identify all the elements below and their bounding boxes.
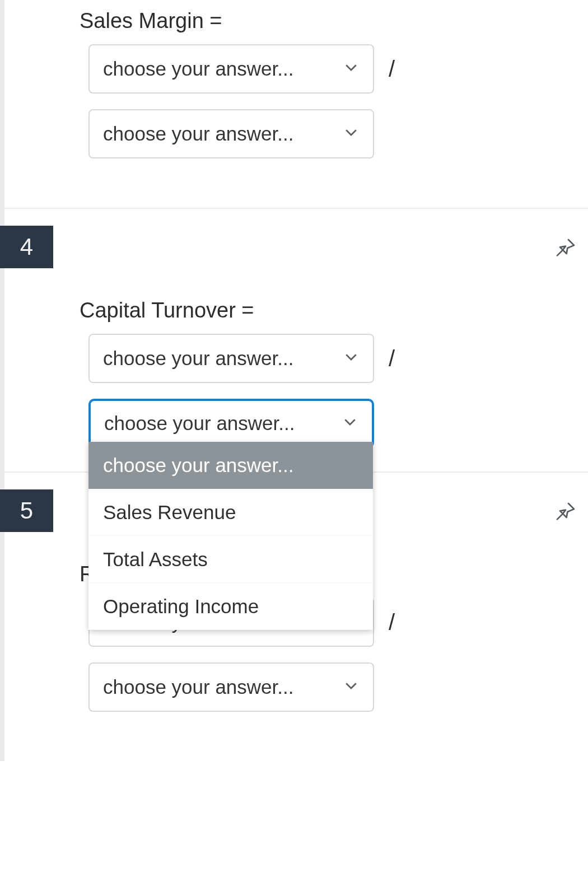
question-title: Capital Turnover =	[80, 298, 588, 323]
question-block-sales-margin: Sales Margin = choose your answer... / c…	[4, 0, 588, 208]
pin-icon	[554, 515, 577, 525]
pin-button[interactable]	[554, 501, 577, 525]
select-row: choose your answer...	[88, 399, 588, 448]
select-row: choose your answer... /	[88, 44, 588, 94]
answer-select-denominator[interactable]: choose your answer...	[88, 399, 374, 448]
divider-slash: /	[386, 57, 395, 82]
answer-select-denominator[interactable]: choose your answer...	[88, 109, 374, 158]
select-row: choose your answer...	[88, 662, 588, 712]
dropdown-option-placeholder[interactable]: choose your answer...	[88, 442, 373, 489]
chevron-down-icon	[342, 412, 358, 435]
chevron-down-icon	[343, 123, 360, 145]
divider-slash: /	[386, 610, 395, 635]
answer-select-numerator[interactable]: choose your answer...	[88, 44, 374, 94]
select-row: choose your answer...	[88, 109, 588, 158]
answer-select-numerator[interactable]: choose your answer...	[88, 334, 374, 383]
quiz-page: Sales Margin = choose your answer... / c…	[0, 0, 588, 761]
dropdown-option-operating-income[interactable]: Operating Income	[88, 583, 373, 630]
select-placeholder: choose your answer...	[103, 347, 293, 370]
dropdown-panel: choose your answer... Sales Revenue Tota…	[88, 442, 373, 630]
pin-icon	[554, 251, 577, 261]
answer-select-denominator[interactable]: choose your answer...	[88, 662, 374, 712]
pin-button[interactable]	[554, 237, 577, 262]
select-row: choose your answer... /	[88, 334, 588, 383]
question-number-badge: 5	[0, 489, 53, 532]
divider-slash: /	[386, 346, 395, 371]
select-placeholder: choose your answer...	[104, 412, 295, 435]
question-number-badge: 4	[0, 226, 53, 268]
dropdown-option-sales-revenue[interactable]: Sales Revenue	[88, 489, 373, 536]
chevron-down-icon	[343, 347, 360, 370]
dropdown-option-total-assets[interactable]: Total Assets	[88, 536, 373, 583]
select-placeholder: choose your answer...	[103, 123, 293, 145]
chevron-down-icon	[343, 58, 360, 80]
chevron-down-icon	[343, 676, 360, 698]
question-block-capital-turnover: 4 Capital Turnover = choose your answer.…	[4, 208, 588, 475]
select-placeholder: choose your answer...	[103, 676, 293, 698]
question-title: Sales Margin =	[80, 9, 588, 33]
select-placeholder: choose your answer...	[103, 58, 293, 80]
